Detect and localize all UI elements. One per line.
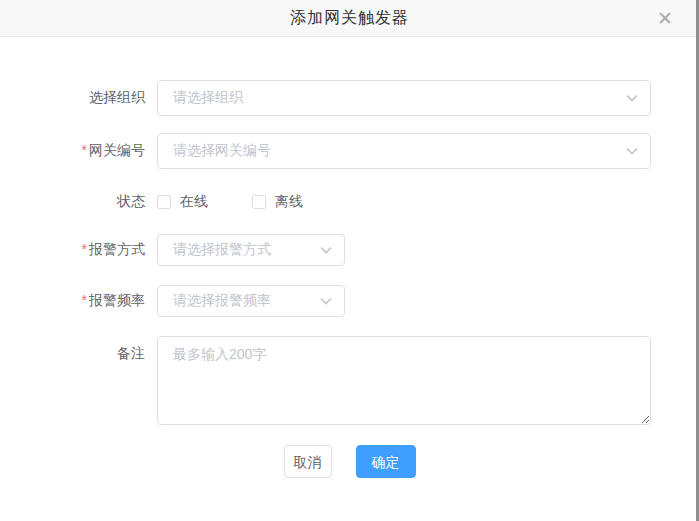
alarm-frequency-select[interactable]: 请选择报警频率 [157,285,345,317]
remark-label-text: 备注 [117,345,145,361]
chevron-down-icon [320,297,332,305]
checkbox-offline[interactable]: 离线 [252,193,303,211]
alarm-method-select[interactable]: 请选择报警方式 [157,234,345,266]
checkbox-online-box[interactable] [157,195,171,209]
confirm-button[interactable]: 确定 [356,445,416,478]
chevron-down-icon [626,94,638,102]
chevron-down-icon [320,246,332,254]
cancel-button[interactable]: 取消 [284,445,332,478]
gateway-number-select-placeholder: 请选择网关编号 [173,142,626,160]
status-label-text: 状态 [117,193,145,209]
checkbox-online[interactable]: 在线 [157,193,208,211]
alarm-method-select-placeholder: 请选择报警方式 [173,241,320,259]
gateway-number-label: *网关编号 [0,142,157,160]
checkbox-offline-box[interactable] [252,195,266,209]
status-checkbox-group: 在线 离线 [157,193,303,211]
gateway-number-label-text: 网关编号 [89,142,145,158]
dialog-body: 选择组织 请选择组织 *网关编号 请选择网关编号 状态 [0,37,699,425]
required-asterisk: * [82,241,87,257]
checkbox-online-label: 在线 [180,193,208,211]
alarm-method-label: *报警方式 [0,241,157,259]
organization-label-text: 选择组织 [89,89,145,105]
form-row-remark: 备注 [0,336,651,425]
chevron-down-icon [626,147,638,155]
status-label: 状态 [0,193,157,211]
form-row-organization: 选择组织 请选择组织 [0,80,651,116]
alarm-frequency-label: *报警频率 [0,292,157,310]
remark-label: 备注 [0,336,157,363]
organization-label: 选择组织 [0,89,157,107]
organization-select[interactable]: 请选择组织 [157,80,651,116]
alarm-method-label-text: 报警方式 [89,241,145,257]
alarm-frequency-label-text: 报警频率 [89,292,145,308]
close-icon[interactable]: ✕ [657,9,673,28]
checkbox-offline-label: 离线 [275,193,303,211]
required-asterisk: * [82,142,87,158]
organization-select-placeholder: 请选择组织 [173,89,626,107]
form-row-status: 状态 在线 离线 [0,193,651,211]
required-asterisk: * [82,292,87,308]
dialog-header: 添加网关触发器 ✕ [0,0,699,37]
add-gateway-trigger-dialog: 添加网关触发器 ✕ 选择组织 请选择组织 *网关编号 请选择网关编号 [0,0,699,521]
gateway-number-select[interactable]: 请选择网关编号 [157,133,651,169]
form-row-alarm-method: *报警方式 请选择报警方式 [0,234,651,266]
form-row-gateway-number: *网关编号 请选择网关编号 [0,133,651,169]
dialog-footer: 取消 确定 [0,445,699,478]
alarm-frequency-select-placeholder: 请选择报警频率 [173,292,320,310]
remark-textarea[interactable] [157,336,651,425]
form-row-alarm-frequency: *报警频率 请选择报警频率 [0,285,651,317]
dialog-title: 添加网关触发器 [290,8,409,29]
